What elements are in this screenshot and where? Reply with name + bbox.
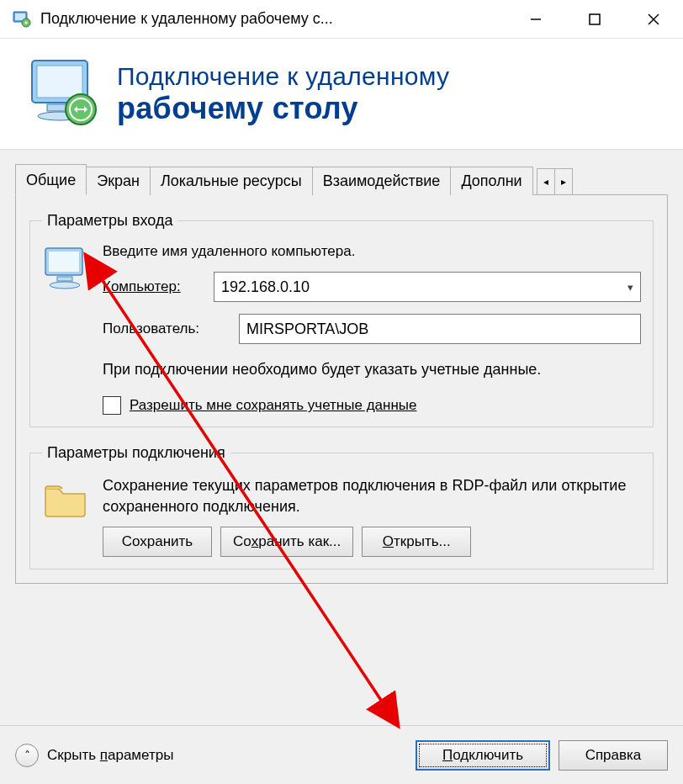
tab-scroll-left-icon[interactable]: ◂ [537, 168, 555, 195]
tab-pane-general: Параметры входа Введите имя удаленного к… [15, 194, 668, 584]
help-button[interactable]: Справка [559, 740, 668, 771]
close-button[interactable] [624, 0, 683, 39]
computer-combo[interactable]: 192.168.0.10 ▾ [214, 272, 641, 302]
collapse-options-button[interactable]: ˄ [15, 744, 39, 767]
svg-point-16 [50, 282, 80, 289]
banner-titles: Подключение к удаленному рабочему столу [117, 62, 449, 126]
dialog-banner: Подключение к удаленному рабочему столу [0, 39, 683, 150]
maximize-button[interactable] [565, 0, 624, 39]
connection-note: Сохранение текущих параметров подключени… [103, 475, 641, 516]
connect-button[interactable]: Подключить [416, 740, 550, 771]
tab-display[interactable]: Экран [86, 167, 151, 195]
tab-general[interactable]: Общие [15, 164, 87, 195]
folder-icon [42, 479, 94, 523]
remember-credentials-checkbox[interactable] [103, 396, 121, 415]
computer-icon [42, 246, 94, 296]
computer-value: 192.168.0.10 [221, 278, 310, 296]
app-icon [12, 9, 32, 29]
computer-label: Компьютер: [103, 278, 181, 294]
tab-advanced[interactable]: Дополни [450, 167, 532, 195]
user-value: MIRSPORTA\JOB [246, 320, 368, 338]
hide-options-link[interactable]: Скрыть параметры [47, 747, 173, 764]
svg-rect-4 [590, 14, 600, 24]
banner-line2: рабочему столу [117, 91, 449, 125]
banner-line1: Подключение к удаленному [117, 62, 449, 92]
remember-credentials-label: Разрешить мне сохранять учетные данные [130, 397, 416, 414]
window-titlebar: Подключение к удаленному рабочему с... [0, 0, 683, 39]
group-connection-legend: Параметры подключения [42, 444, 230, 462]
rdp-icon [25, 54, 105, 134]
open-button[interactable]: Открыть... [362, 527, 471, 557]
group-login-legend: Параметры входа [42, 212, 177, 230]
svg-rect-14 [49, 252, 79, 272]
save-as-button[interactable]: Сохранить как... [220, 527, 353, 557]
group-connection: Параметры подключения Сохранение текущих… [29, 444, 654, 569]
save-button[interactable]: Сохранить [103, 527, 212, 557]
minimize-button[interactable] [506, 0, 565, 39]
svg-rect-15 [57, 277, 72, 281]
tab-local[interactable]: Локальные ресурсы [150, 167, 313, 195]
tab-strip: Общие Экран Локальные ресурсы Взаимодейс… [15, 163, 668, 194]
user-label: Пользователь: [103, 320, 229, 337]
user-field[interactable]: MIRSPORTA\JOB [239, 314, 641, 344]
tab-scroll-right-icon[interactable]: ▸ [554, 168, 573, 195]
svg-rect-8 [37, 66, 82, 98]
dialog-bottom-bar: ˄ Скрыть параметры Подключить Справка [0, 725, 683, 784]
chevron-down-icon: ▾ [627, 281, 633, 294]
chevron-up-icon: ˄ [24, 749, 30, 762]
credentials-note: При подключении необходимо будет указать… [103, 359, 641, 379]
group-login: Параметры входа Введите имя удаленного к… [29, 212, 654, 427]
window-title: Подключение к удаленному рабочему с... [40, 10, 506, 28]
tab-experience[interactable]: Взаимодействие [312, 167, 452, 195]
login-instruction: Введите имя удаленного компьютера. [103, 243, 355, 260]
